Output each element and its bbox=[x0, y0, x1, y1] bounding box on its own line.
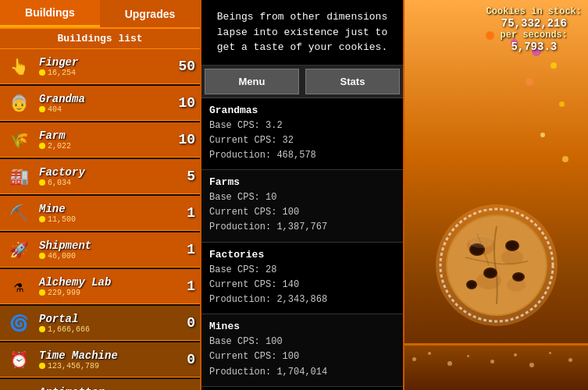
building-name-portal: Portal bbox=[39, 313, 172, 325]
ground bbox=[404, 343, 588, 390]
per-seconds-label: per seconds: bbox=[486, 30, 582, 41]
ground-dot-7 bbox=[529, 363, 534, 367]
building-icon-factory: 🏭 bbox=[5, 162, 33, 190]
stat-line-3-0: Base CPS: 100 bbox=[209, 335, 395, 349]
per-seconds-value: 5,793.3 bbox=[486, 41, 582, 53]
building-info-antimatter: Antimatter 999,999,999 bbox=[39, 386, 172, 391]
stat-line-2-0: Base CPS: 28 bbox=[209, 263, 395, 278]
building-item-antimatter[interactable]: ⚛️ Antimatter 999,999,999 0 bbox=[0, 379, 200, 390]
particle-2 bbox=[551, 62, 557, 69]
building-cost-time-machine: 123,456,789 bbox=[39, 362, 172, 370]
stat-line-2-2: Production: 2,343,868 bbox=[209, 292, 395, 307]
building-name-alchemy-lab: Alchemy Lab bbox=[39, 276, 172, 289]
stat-group-title-3: Mines bbox=[209, 321, 395, 332]
building-cost-finger: 16,254 bbox=[39, 69, 172, 77]
building-item-finger[interactable]: 👆 Finger 16,254 50 bbox=[0, 49, 200, 84]
cookie-button[interactable] bbox=[434, 203, 559, 328]
building-cost-mine: 11,500 bbox=[39, 215, 172, 224]
building-info-finger: Finger 16,254 bbox=[39, 56, 172, 77]
stat-group-4: ShipmentsBase CPS: 130Current CPS: 130Pr… bbox=[201, 387, 403, 390]
coin-icon-alchemy-lab bbox=[39, 289, 45, 296]
building-cost-farm: 2,022 bbox=[39, 142, 172, 151]
building-item-portal[interactable]: 🌀 Portal 1,666,666 0 bbox=[0, 306, 200, 341]
building-name-time-machine: Time Machine bbox=[39, 349, 172, 362]
stats-content: GrandmasBase CPS: 3.2Current CPS: 32Prod… bbox=[201, 98, 403, 391]
building-item-farm[interactable]: 🌾 Farm 2,022 10 bbox=[0, 122, 200, 158]
stat-line-0-0: Base CPS: 3.2 bbox=[209, 119, 395, 133]
particle-6 bbox=[540, 133, 545, 137]
stat-line-3-1: Current CPS: 100 bbox=[209, 349, 395, 364]
stat-line-1-1: Current CPS: 100 bbox=[209, 205, 395, 220]
building-count-shipment: 1 bbox=[172, 242, 195, 257]
building-name-antimatter: Antimatter bbox=[39, 386, 172, 391]
stat-line-1-2: Production: 1,387,767 bbox=[209, 220, 395, 235]
ground-dot-9 bbox=[568, 358, 572, 362]
building-count-alchemy-lab: 1 bbox=[172, 278, 195, 294]
stats-button[interactable]: Stats bbox=[305, 69, 400, 94]
stat-line-3-2: Production: 1,704,014 bbox=[209, 365, 395, 380]
building-icon-antimatter: ⚛️ bbox=[5, 382, 33, 390]
svg-point-13 bbox=[485, 269, 496, 277]
buildings-tab[interactable]: Buildings bbox=[0, 0, 100, 27]
tab-bar: Buildings Upgrades bbox=[0, 0, 200, 29]
building-item-alchemy-lab[interactable]: ⚗️ Alchemy Lab 229,999 1 bbox=[0, 269, 200, 304]
stat-group-1: FarmsBase CPS: 10Current CPS: 100Product… bbox=[201, 170, 403, 243]
ground-dot-6 bbox=[514, 353, 517, 356]
building-item-time-machine[interactable]: ⏰ Time Machine 123,456,789 0 bbox=[0, 342, 200, 378]
coin-icon-grandma bbox=[39, 106, 45, 112]
building-name-finger: Finger bbox=[39, 56, 172, 69]
coin-icon-finger bbox=[39, 69, 45, 76]
building-count-time-machine: 0 bbox=[172, 352, 195, 367]
stat-group-3: MinesBase CPS: 100Current CPS: 100Produc… bbox=[201, 314, 403, 387]
building-cost-factory: 6,034 bbox=[39, 179, 172, 187]
building-info-shipment: Shipment 46,000 bbox=[39, 239, 172, 261]
stat-line-0-1: Current CPS: 32 bbox=[209, 133, 395, 148]
coin-icon-factory bbox=[39, 179, 45, 186]
particle-4 bbox=[559, 101, 565, 107]
stat-line-2-1: Current CPS: 140 bbox=[209, 278, 395, 292]
building-icon-farm: 🌾 bbox=[5, 126, 33, 154]
particle-3 bbox=[526, 78, 533, 86]
flavor-text: Beings from other dimensions lapse into … bbox=[201, 0, 403, 66]
menu-button[interactable]: Menu bbox=[205, 69, 299, 94]
building-name-shipment: Shipment bbox=[39, 239, 172, 252]
coin-icon-time-machine bbox=[39, 363, 45, 369]
right-panel: Cookies in stock: 75,332,216 per seconds… bbox=[404, 0, 588, 390]
middle-panel: Beings from other dimensions lapse into … bbox=[200, 0, 404, 390]
building-cost-alchemy-lab: 229,999 bbox=[39, 289, 172, 297]
ground-dot-3 bbox=[447, 361, 452, 366]
ground-dot-8 bbox=[549, 352, 551, 354]
stat-group-title-2: Factories bbox=[209, 249, 395, 261]
building-info-grandma: Grandma 404 bbox=[39, 93, 172, 114]
building-info-mine: Mine 11,500 bbox=[39, 203, 172, 224]
svg-point-17 bbox=[468, 282, 476, 288]
buildings-list: 👆 Finger 16,254 50 👵 Grandma 404 10 🌾 bbox=[0, 49, 200, 390]
building-item-mine[interactable]: ⛏️ Mine 11,500 1 bbox=[0, 196, 200, 231]
building-item-factory[interactable]: 🏭 Factory 6,034 5 bbox=[0, 159, 200, 194]
building-icon-portal: 🌀 bbox=[5, 309, 33, 337]
ground-dot-5 bbox=[490, 360, 494, 363]
building-count-grandma: 10 bbox=[172, 95, 195, 111]
building-item-grandma[interactable]: 👵 Grandma 404 10 bbox=[0, 86, 200, 121]
building-info-time-machine: Time Machine 123,456,789 bbox=[39, 349, 172, 370]
building-info-farm: Farm 2,022 bbox=[39, 129, 172, 151]
building-cost-grandma: 404 bbox=[39, 105, 172, 114]
building-name-factory: Factory bbox=[39, 166, 172, 179]
coin-icon-shipment bbox=[39, 253, 45, 259]
stat-group-title-0: Grandmas bbox=[209, 105, 395, 116]
stat-line-1-0: Base CPS: 10 bbox=[209, 190, 395, 205]
left-panel: Buildings Upgrades Buildings list 👆 Fing… bbox=[0, 0, 200, 390]
building-item-shipment[interactable]: 🚀 Shipment 46,000 1 bbox=[0, 232, 200, 268]
cookies-in-stock-value: 75,332,216 bbox=[486, 17, 582, 30]
upgrades-tab[interactable]: Upgrades bbox=[100, 0, 200, 27]
building-info-factory: Factory 6,034 bbox=[39, 166, 172, 187]
ground-dot-1 bbox=[412, 357, 416, 361]
building-icon-alchemy-lab: ⚗️ bbox=[5, 272, 33, 300]
building-name-mine: Mine bbox=[39, 203, 172, 215]
building-info-portal: Portal 1,666,666 bbox=[39, 313, 172, 334]
building-cost-portal: 1,666,666 bbox=[39, 325, 172, 334]
buildings-section-title: Buildings list bbox=[0, 29, 200, 49]
building-icon-time-machine: ⏰ bbox=[5, 346, 33, 374]
svg-point-15 bbox=[514, 274, 523, 280]
cookies-in-stock-label: Cookies in stock: bbox=[486, 6, 582, 17]
